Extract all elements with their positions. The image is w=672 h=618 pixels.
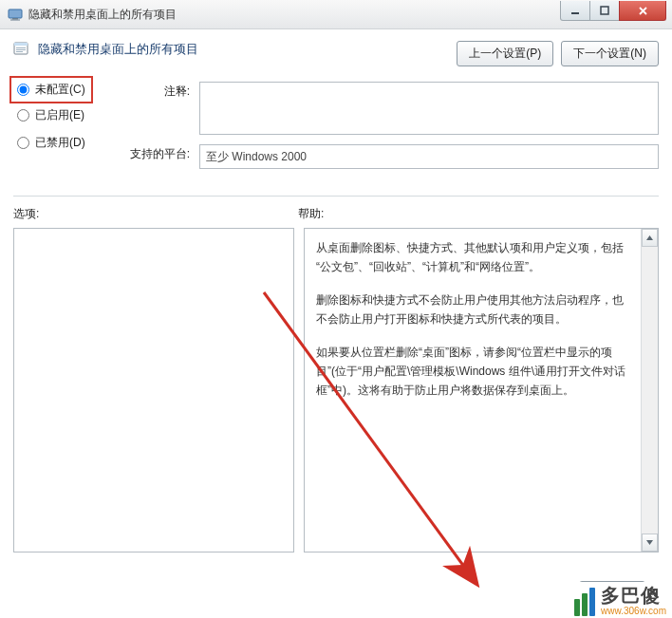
options-pane [13, 228, 294, 552]
radio-disabled-input[interactable] [17, 137, 29, 149]
policy-editor-window: 隐藏和禁用桌面上的所有项目 [0, 0, 672, 618]
watermark-url: www.306w.com [601, 607, 666, 616]
watermark: 多巴傻 www.306w.com [569, 582, 668, 618]
comment-label: 注释: [121, 82, 199, 135]
svg-rect-9 [16, 51, 23, 52]
svg-rect-3 [571, 12, 579, 14]
dialog-footer: 确定 [13, 571, 659, 618]
help-content: 从桌面删除图标、快捷方式、其他默认项和用户定义项，包括“公文包”、“回收站”、“… [305, 229, 641, 552]
radio-disabled-label: 已禁用(D) [35, 135, 85, 151]
watermark-logo-icon [574, 588, 597, 616]
platform-label: 支持的平台: [121, 144, 199, 169]
radio-enabled-input[interactable] [17, 109, 29, 122]
help-paragraph: 删除图标和快捷方式不会防止用户使用其他方法启动程序，也不会防止用户打开图标和快捷… [316, 290, 629, 329]
help-scrollbar[interactable] [641, 229, 658, 552]
radio-not-configured-label: 未配置(C) [35, 82, 85, 98]
close-button[interactable] [619, 1, 666, 21]
divider [13, 196, 659, 197]
radio-disabled[interactable]: 已禁用(D) [17, 135, 121, 151]
previous-setting-button[interactable]: 上一个设置(P) [457, 41, 553, 66]
scroll-down-button[interactable] [642, 534, 658, 552]
app-icon [8, 7, 23, 22]
supported-platform-value: 至少 Windows 2000 [199, 144, 659, 169]
svg-rect-4 [601, 7, 608, 14]
radio-not-configured[interactable]: 未配置(C) [13, 80, 89, 100]
window-title: 隐藏和禁用桌面上的所有项目 [28, 7, 177, 23]
help-label: 帮助: [298, 206, 324, 222]
help-paragraph: 从桌面删除图标、快捷方式、其他默认项和用户定义项，包括“公文包”、“回收站”、“… [316, 238, 629, 277]
next-setting-button[interactable]: 下一个设置(N) [561, 41, 659, 66]
svg-rect-7 [16, 47, 26, 48]
titlebar: 隐藏和禁用桌面上的所有项目 [0, 0, 672, 29]
svg-rect-8 [16, 49, 26, 50]
client-area: 隐藏和禁用桌面上的所有项目 上一个设置(P) 下一个设置(N) 未配置(C) 已… [0, 29, 672, 618]
svg-rect-2 [10, 20, 20, 21]
options-label: 选项: [13, 206, 298, 222]
radio-enabled[interactable]: 已启用(E) [17, 107, 121, 123]
svg-rect-6 [14, 43, 28, 46]
comment-textarea[interactable] [199, 82, 659, 135]
svg-rect-1 [12, 18, 18, 20]
scroll-track[interactable] [642, 247, 658, 534]
svg-rect-0 [9, 9, 22, 18]
caption-buttons [561, 1, 666, 21]
watermark-text: 多巴傻 [601, 586, 661, 605]
radio-enabled-label: 已启用(E) [35, 107, 84, 123]
policy-icon [13, 41, 30, 58]
help-paragraph: 如果要从位置栏删除“桌面”图标，请参阅“位置栏中显示的项目”(位于“用户配置\管… [316, 343, 629, 401]
minimize-button[interactable] [560, 1, 590, 21]
help-pane: 从桌面删除图标、快捷方式、其他默认项和用户定义项，包括“公文包”、“回收站”、“… [304, 228, 659, 552]
maximize-button[interactable] [589, 1, 620, 21]
policy-title: 隐藏和禁用桌面上的所有项目 [38, 41, 198, 58]
radio-not-configured-input[interactable] [17, 84, 29, 96]
scroll-up-button[interactable] [642, 229, 658, 247]
state-radio-group: 未配置(C) 已启用(E) 已禁用(D) [13, 82, 121, 178]
